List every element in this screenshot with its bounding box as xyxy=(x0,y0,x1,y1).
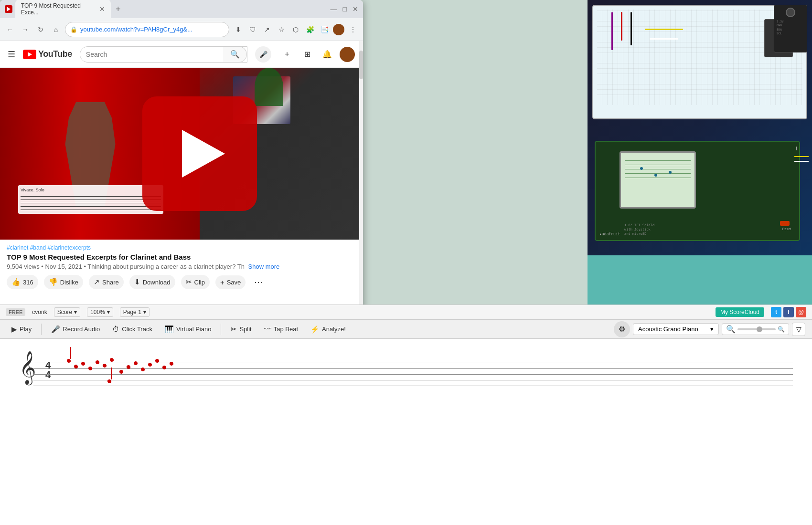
save-button[interactable]: + Save xyxy=(215,275,246,289)
page-label: Page 1 xyxy=(123,309,141,315)
sensor-labels: 3.3VGNDSDASCL xyxy=(777,20,804,36)
extension2-icon[interactable]: 🧩 xyxy=(304,23,316,36)
note-11 xyxy=(140,367,145,372)
back-button[interactable]: ← xyxy=(4,23,16,36)
toolbar-separator-1 xyxy=(41,324,42,335)
home-button[interactable]: ⌂ xyxy=(50,23,62,36)
staff-line-3 xyxy=(21,203,161,203)
shield-icon[interactable]: 🛡 xyxy=(246,23,259,36)
extension-icon[interactable]: ⬡ xyxy=(289,23,302,36)
scissors-icon: ✂ xyxy=(231,325,237,334)
browser-titlebar: TOP 9 Most Requested Exce... ✕ + — □ ✕ xyxy=(0,0,363,18)
settings-button[interactable]: ⚙ xyxy=(614,321,630,337)
profile-icon[interactable] xyxy=(332,23,345,36)
share-icon-btn: ↗ xyxy=(94,278,100,286)
youtube-search-input[interactable] xyxy=(80,51,223,58)
notifications-button[interactable]: 🔔 xyxy=(319,46,335,63)
share-button[interactable]: ↗ Share xyxy=(89,275,124,289)
score-dropdown[interactable]: Score ▾ xyxy=(54,307,80,317)
record-audio-button[interactable]: 🎤 Record Audio xyxy=(46,323,105,336)
refresh-button[interactable]: ↻ xyxy=(34,23,47,36)
clip-button[interactable]: ✂ Clip xyxy=(181,275,210,289)
user-avatar xyxy=(340,47,355,62)
lightning-icon: ⚡ xyxy=(310,325,320,334)
zoom-dropdown[interactable]: 100% ▾ xyxy=(87,307,113,317)
search-icon: 🔍 xyxy=(726,325,736,334)
video-play-button[interactable] xyxy=(142,96,257,211)
dislike-button[interactable]: 👎 Dislike xyxy=(44,275,83,289)
page-dropdown[interactable]: Page 1 ▾ xyxy=(120,307,150,317)
piano-icon: 🎹 xyxy=(165,325,174,334)
browser-tab[interactable]: TOP 9 Most Requested Exce... ✕ xyxy=(15,0,111,19)
address-actions: ⬇ 🛡 ↗ ☆ ⬡ 🧩 📑 ⋮ xyxy=(232,23,359,36)
scorecloud-status-bar: FREE cvonk Score ▾ 100% ▾ Page 1 ▾ My Sc… xyxy=(0,304,812,320)
show-more-button[interactable]: Show more xyxy=(248,263,280,270)
twitter-button[interactable]: t xyxy=(771,307,781,317)
maximize-button[interactable]: □ xyxy=(343,5,347,13)
music-staff-lines xyxy=(21,196,161,210)
record-audio-label: Record Audio xyxy=(63,326,100,333)
search-slider-thumb[interactable] xyxy=(757,326,762,332)
like-count: 316 xyxy=(23,279,33,286)
play-button[interactable]: ▶ Play xyxy=(7,323,36,336)
dislike-label: Dislike xyxy=(60,279,78,286)
share-icon[interactable]: ↗ xyxy=(261,23,273,36)
lcd-staff-line-3 xyxy=(625,169,691,169)
my-scorecloud-button[interactable]: My ScoreCloud xyxy=(716,307,764,317)
new-tab-button[interactable]: + xyxy=(116,4,121,14)
apps-button[interactable]: ⊞ xyxy=(299,46,315,63)
view-count: 9,504 views xyxy=(7,263,40,270)
video-container[interactable]: Vivace. Solo xyxy=(0,68,363,240)
board-description: 1.8" TFT Shieldwith Joystickand microSD xyxy=(624,223,654,236)
close-button[interactable]: ✕ xyxy=(353,5,358,13)
account-button[interactable] xyxy=(339,46,355,63)
score-label: Score xyxy=(57,309,72,315)
menu-icon[interactable]: ⋮ xyxy=(347,23,359,36)
url-bar[interactable]: 🔒 youtube.com/watch?v=PAH8gCr_y4g&... xyxy=(65,22,229,37)
click-track-button[interactable]: ⏱ Click Track xyxy=(107,323,157,336)
clip-icon: ✂ xyxy=(186,278,192,286)
note-stem-2 xyxy=(111,368,112,379)
save-icon: + xyxy=(220,278,224,286)
forward-button[interactable]: → xyxy=(19,23,32,36)
search-slider[interactable] xyxy=(737,328,776,330)
score-area: 𝄞 44 xyxy=(0,339,812,525)
lcd-staff-line-4 xyxy=(625,173,691,174)
reset-button[interactable] xyxy=(780,221,790,226)
staff-line-2 xyxy=(33,368,793,369)
youtube-favicon xyxy=(5,5,12,13)
youtube-menu-button[interactable]: ☰ xyxy=(8,49,15,60)
tap-beat-button[interactable]: 〰 Tap Beat xyxy=(259,323,303,336)
like-button[interactable]: 👍 316 xyxy=(7,275,38,289)
microphone-icon: 🎤 xyxy=(51,325,60,334)
instrument-dropdown[interactable]: Acoustic Grand Piano ▾ xyxy=(633,323,719,335)
download-button[interactable]: ⬇ Download xyxy=(129,275,175,289)
virtual-piano-button[interactable]: 🎹 Virtual Piano xyxy=(160,323,216,336)
more-options-button[interactable]: ⋯ xyxy=(251,274,266,290)
facebook-button[interactable]: f xyxy=(783,307,794,317)
tab-close-button[interactable]: ✕ xyxy=(99,5,105,13)
bookmark-icon[interactable]: 📑 xyxy=(318,23,331,36)
youtube-mic-button[interactable]: 🎤 xyxy=(255,46,271,63)
create-video-button[interactable]: ＋ xyxy=(279,46,295,63)
analyze-button[interactable]: ⚡ Analyze! xyxy=(306,323,351,336)
twitter-icon: t xyxy=(775,309,777,315)
download-icon[interactable]: ⬇ xyxy=(232,23,245,36)
thumbs-up-icon: 👍 xyxy=(11,278,21,286)
scrollbar-thumb[interactable] xyxy=(359,51,363,79)
email-button[interactable]: @ xyxy=(796,307,806,317)
youtube-logo[interactable]: YouTube xyxy=(23,49,72,59)
minimize-button[interactable]: — xyxy=(331,5,337,13)
staff-container: 𝄞 44 xyxy=(19,363,793,410)
youtube-search-button[interactable]: 🔍 xyxy=(223,46,247,63)
star-icon[interactable]: ☆ xyxy=(275,23,288,36)
browser-scrollbar[interactable] xyxy=(359,41,363,320)
split-button[interactable]: ✂ Split xyxy=(226,323,256,336)
play-icon: ▶ xyxy=(11,325,17,334)
video-date: Nov 15, 2021 xyxy=(45,263,82,270)
note-3 xyxy=(81,361,85,366)
filter-button[interactable]: ▽ xyxy=(792,323,805,336)
tap-beat-label: Tap Beat xyxy=(274,326,298,333)
connector-label xyxy=(796,147,797,150)
address-bar: ← → ↻ ⌂ 🔒 youtube.com/watch?v=PAH8gCr_y4… xyxy=(0,18,363,41)
